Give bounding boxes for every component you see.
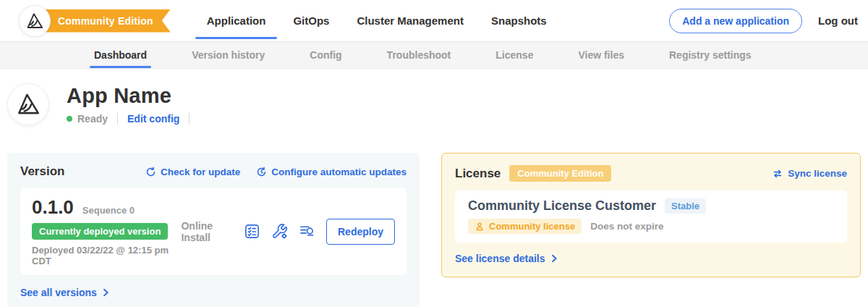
customer-name: Community License Customer (468, 198, 656, 214)
version-card-header: Version Check for update (20, 164, 407, 179)
status-badge: Ready (77, 113, 108, 125)
divider (117, 113, 118, 125)
license-details-panel: Community License Customer Stable Commun… (455, 190, 847, 243)
logout-link[interactable]: Log out (818, 14, 858, 27)
tab-application[interactable]: Application (207, 0, 266, 41)
tab-snapshots[interactable]: Snapshots (491, 0, 547, 41)
subtab-registry-settings[interactable]: Registry settings (669, 42, 752, 68)
swap-arrows-icon (772, 168, 783, 180)
customer-row: Community License Customer Stable (468, 198, 834, 214)
install-type-label: Online Install (181, 220, 231, 243)
top-nav: Community Edition Application GitOps Clu… (0, 0, 868, 41)
see-license-details-link[interactable]: See license details (455, 253, 558, 264)
subtab-config[interactable]: Config (310, 42, 341, 68)
license-expiry-text: Does not expire (590, 221, 663, 232)
redeploy-button[interactable]: Redeploy (326, 219, 395, 245)
dashboard-cards: Version Check for update (0, 153, 868, 307)
community-edition-badge: Community Edition (509, 165, 611, 182)
config-wrench-gear-icon[interactable] (271, 223, 288, 240)
configure-automatic-updates-link[interactable]: Configure automatic updates (256, 167, 407, 177)
add-new-application-button[interactable]: Add a new application (669, 9, 802, 33)
version-card: Version Check for update (7, 153, 420, 307)
license-card: License Community Edition Sync license C… (441, 153, 861, 277)
brand-logo-circle (19, 5, 51, 37)
view-logs-search-icon[interactable] (299, 223, 315, 240)
tab-cluster-management[interactable]: Cluster Management (357, 0, 464, 41)
chevron-right-icon (101, 288, 110, 297)
subtab-troubleshoot[interactable]: Troubleshoot (387, 42, 451, 68)
license-meta-row: Community license Does not expire (468, 219, 834, 234)
app-logo-icon (14, 91, 42, 118)
sequence-label: Sequence 0 (82, 205, 135, 216)
edit-config-link[interactable]: Edit config (127, 113, 179, 125)
brand: Community Edition (19, 5, 171, 37)
community-edition-ribbon: Community Edition (36, 9, 171, 33)
tab-gitops[interactable]: GitOps (293, 0, 329, 41)
version-card-links: Check for update Configure automatic upd… (145, 167, 407, 177)
replicated-logo-icon (25, 11, 45, 31)
app-logo (7, 83, 49, 125)
subtab-license[interactable]: License (495, 42, 533, 68)
preflight-checklist-icon[interactable] (244, 223, 260, 240)
license-card-title: License (455, 167, 501, 181)
subtab-version-history[interactable]: Version history (192, 42, 265, 68)
version-card-footer: See all versions (20, 286, 407, 299)
status-dot (67, 116, 72, 122)
license-card-header: License Community Edition Sync license (455, 165, 847, 182)
version-number-row: 0.1.0 Sequence 0 (32, 196, 181, 219)
license-card-footer: See license details (455, 252, 847, 265)
license-title-group: License Community Edition (455, 165, 611, 182)
channel-badge: Stable (665, 198, 706, 214)
clock-refresh-icon (256, 167, 267, 177)
sub-nav: Dashboard Version history Config Trouble… (0, 41, 868, 69)
app-header-text: App Name Ready Edit config (67, 84, 199, 125)
see-all-versions-link[interactable]: See all versions (20, 287, 110, 298)
page-title: App Name (67, 84, 199, 108)
currently-deployed-badge: Currently deployed version (32, 223, 168, 240)
version-info: 0.1.0 Sequence 0 Currently deployed vers… (32, 196, 181, 266)
deployed-timestamp: Deployed 03/22/22 @ 12:15 pm CDT (32, 245, 181, 266)
app-status-row: Ready Edit config (67, 113, 199, 125)
check-for-update-link[interactable]: Check for update (145, 167, 240, 177)
person-icon (475, 222, 485, 232)
top-nav-right: Add a new application Log out (669, 9, 858, 33)
app-header: App Name Ready Edit config (0, 69, 868, 125)
license-type-badge: Community license (468, 219, 582, 234)
refresh-icon (145, 167, 156, 177)
version-number: 0.1.0 (32, 196, 74, 219)
subtab-dashboard[interactable]: Dashboard (94, 42, 147, 68)
current-version-panel: 0.1.0 Sequence 0 Currently deployed vers… (20, 188, 407, 275)
subtab-view-files[interactable]: View files (578, 42, 624, 68)
version-actions: Online Install (181, 219, 395, 245)
top-nav-items: Application GitOps Cluster Management Sn… (207, 0, 547, 41)
divider (189, 113, 190, 125)
chevron-right-icon (550, 254, 558, 263)
version-card-title: Version (20, 164, 64, 179)
sync-license-link[interactable]: Sync license (772, 168, 847, 180)
